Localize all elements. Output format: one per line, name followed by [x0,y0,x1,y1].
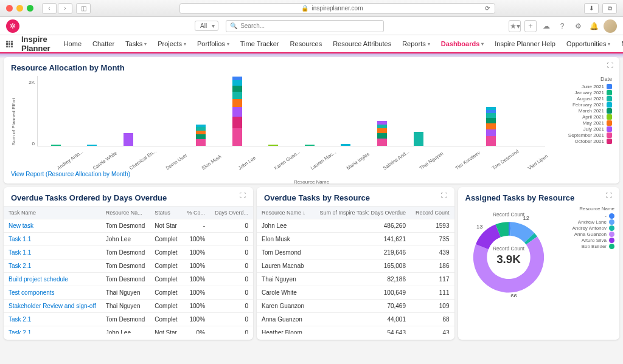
nav-time-tracker[interactable]: Time Tracker [239,38,280,50]
legend-item[interactable]: Andrew Lane [558,219,615,225]
sidebar-toggle-button[interactable]: ◫ [76,3,91,14]
bar-segment [486,113,496,118]
xaxis-tick-label: Chemical En... [128,146,161,171]
table-row[interactable]: John Lee486,2601593 [257,219,454,233]
nav-inspire-planner-help[interactable]: Inspire Planner Help [493,38,557,50]
expand-icon[interactable]: ⛶ [606,192,612,199]
table-row[interactable]: Task 2.1John LeeNot Star0%0 [4,326,253,334]
table-row[interactable]: Task 1.1Tom DesmondComplet100%0 [4,246,253,259]
cloud-icon[interactable]: ☁ [540,20,552,32]
column-header[interactable]: Days Overd... [210,207,253,219]
bar-Karen-Guan-[interactable] [268,145,278,146]
object-filter-dropdown[interactable]: All [195,21,218,31]
url-bar[interactable]: 🔒 inspireplanner.com ⟳ [179,3,495,14]
table-row[interactable]: Tom Desmond219,646439 [257,246,454,259]
add-icon[interactable]: ＋ [524,20,537,32]
table-row[interactable]: Anna Guanzon44,00168 [257,313,454,326]
bar-Thai-Nguyen[interactable] [414,132,423,146]
legend-item[interactable]: Anna Guanzon [558,232,615,237]
column-header[interactable]: Status [150,207,182,219]
download-button[interactable]: ⬇ [584,3,599,14]
bar-Carole-White[interactable] [87,145,97,146]
bar-Lauren-Mac-[interactable] [305,145,315,146]
nav-home[interactable]: Home [63,38,83,50]
tabs-button[interactable]: ⧉ [602,3,617,14]
legend-item[interactable]: October 2021 [551,139,612,144]
overdue-by-resource-table: Resource Name ↓Sum of Inspire Task: Days… [257,206,454,334]
nav-projects[interactable]: Projects▾ [156,38,187,50]
reload-icon[interactable]: ⟳ [485,5,490,12]
expand-icon[interactable]: ⛶ [607,62,613,69]
legend-item[interactable]: April 2021 [551,114,612,120]
table-row[interactable]: Build project scheduleTom DesmondComplet… [4,273,253,286]
column-header[interactable]: Resource Name ↓ [257,207,315,219]
overdue-tasks-panel: ⛶ Overdue Tasks Ordered by Days Overdue … [4,187,253,340]
browser-forward-button[interactable]: › [58,3,72,14]
legend-item[interactable]: Andrey Antonov [558,225,615,231]
bar-Maria-Ingles[interactable] [341,144,350,146]
legend-item[interactable]: July 2021 [551,126,612,132]
browser-back-button[interactable]: ‹ [42,3,57,14]
bar-Sabrina-And-[interactable] [377,121,387,146]
table-row[interactable]: New taskTom DesmondNot Star-0 [4,219,253,233]
xaxis-tick-label: Demo User [165,146,198,171]
bar-Andrey-Anto-[interactable] [51,145,61,146]
favorite-icon[interactable]: ★▾ [509,20,521,32]
nav-resource-attributes[interactable]: Resource Attributes [332,38,392,50]
app-launcher-icon[interactable] [6,41,13,47]
notifications-bell-icon[interactable]: 🔔 [588,20,600,32]
table-row[interactable]: Test componentsThai NguyenComplet100%0 [4,286,253,300]
help-icon[interactable]: ? [556,20,568,32]
table-row[interactable]: Stakeholder Review and sign-offThai Nguy… [4,300,253,313]
table-row[interactable]: Task 2.1Tom DesmondComplet100%0 [4,259,253,273]
table-row[interactable]: Karen Guanzon70,469109 [257,300,454,313]
legend-item[interactable]: September 2021 [551,132,612,138]
close-window-icon[interactable] [6,5,13,12]
column-header[interactable]: % Co... [183,207,211,219]
nav-opportunities[interactable]: Opportunities▾ [565,38,611,50]
nav-reports[interactable]: Reports▾ [401,38,431,50]
legend-item[interactable]: January 2021 [551,90,612,95]
legend-item[interactable]: August 2021 [551,96,612,101]
legend-item[interactable]: - [558,213,615,219]
table-row[interactable]: Lauren Macnab165,008186 [257,259,454,273]
yaxis-label: Sum of Planned Effort [11,98,16,145]
nav-resources[interactable]: Resources [289,38,324,50]
setup-gear-icon[interactable]: ⚙ [572,20,584,32]
nav-more[interactable]: More▾ [620,38,623,50]
table-row[interactable]: Task 1.1John LeeComplet100%0 [4,233,253,246]
legend-item[interactable]: February 2021 [551,102,612,108]
overdue-tasks-table: Task NameResource Na...Status% Co...Days… [4,206,253,334]
xaxis-title: Resource Name [294,179,329,185]
column-header[interactable]: Sum of Inspire Task: Days Overdue [315,207,411,219]
user-avatar[interactable] [604,19,617,33]
global-search-input[interactable]: 🔍 Search... [226,20,384,32]
legend-item[interactable]: March 2021 [551,108,612,114]
bar-Chemical-En-[interactable] [124,133,133,146]
expand-icon[interactable]: ⛶ [441,192,447,199]
nav-chatter[interactable]: Chatter [91,38,116,50]
expand-icon[interactable]: ⛶ [240,192,246,199]
bar-John-Lee[interactable] [232,77,242,146]
table-row[interactable]: Carole White100,649111 [257,286,454,300]
bar-Tom-Desmond[interactable] [486,107,496,146]
legend-item[interactable]: Arturo Silva [558,238,615,243]
table-row[interactable]: Elon Musk141,621735 [257,233,454,246]
nav-portfolios[interactable]: Portfolios▾ [196,38,231,50]
bar-Elon-Musk[interactable] [196,125,206,146]
table-row[interactable]: Heather Bloom54,64343 [257,326,454,334]
nav-tasks[interactable]: Tasks▾ [124,38,148,50]
column-header[interactable]: Resource Na... [101,207,150,219]
view-report-link[interactable]: View Report (Resource Allocation by Mont… [11,171,130,177]
legend-item[interactable]: June 2021 [551,84,612,89]
minimize-window-icon[interactable] [16,5,23,12]
app-logo[interactable]: ✲ [6,19,19,33]
maximize-window-icon[interactable] [27,5,33,12]
nav-dashboards[interactable]: Dashboards▾ [440,38,486,50]
column-header[interactable]: Task Name [4,207,101,219]
table-row[interactable]: Thai Nguyen82,186117 [257,273,454,286]
legend-item[interactable]: May 2021 [551,120,612,126]
legend-item[interactable]: Bob Builder [558,244,615,249]
table-row[interactable]: Task 2.1Tom DesmondComplet100%0 [4,313,253,326]
column-header[interactable]: Record Count [411,207,454,219]
